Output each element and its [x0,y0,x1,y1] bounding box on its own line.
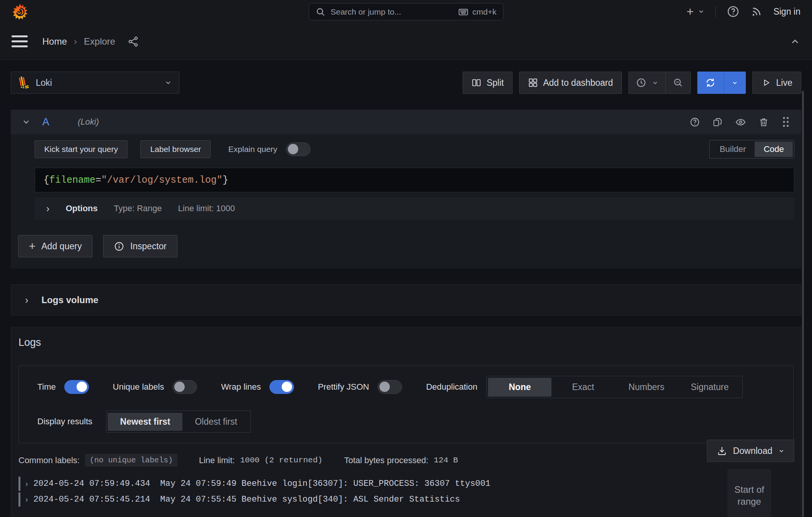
logs-panel: Logs Time Unique labels Wrap lines Prett… [11,327,801,517]
log-level-bar [18,477,20,491]
line-limit-label: Line limit: [199,455,235,465]
topbar-divider [715,6,716,17]
live-button[interactable]: Live [752,72,801,94]
query-datasource-hint: (Loki) [78,117,99,127]
help-icon[interactable] [727,5,740,18]
query-help-icon[interactable] [690,117,700,127]
time-toggle[interactable] [64,380,89,394]
dedup-option-none[interactable]: None [488,378,551,397]
zoom-out-time-button[interactable] [666,72,690,93]
split-button[interactable]: Split [463,72,513,94]
chevron-down-icon [732,80,738,86]
dedup-option-signature[interactable]: Signature [678,378,742,397]
breadcrumb-bar: Home › Explore [0,23,812,60]
unique-labels-toggle-group: Unique labels [113,380,197,394]
add-query-button[interactable]: + Add query [18,235,92,257]
time-picker-button[interactable] [629,72,665,93]
zoom-out-icon [673,77,683,88]
explain-query-toggle[interactable] [286,142,311,156]
logs-title: Logs [18,337,794,349]
newest-first-option[interactable]: Newest first [108,413,182,431]
line-limit-value: 1000 (2 returned) [240,456,322,465]
query-code-editor[interactable]: {filename="/var/log/system.log"} [35,168,794,192]
chevron-down-icon [652,80,658,86]
query-options-row[interactable]: › Options Type: Range Line limit: 1000 [35,197,794,220]
chevron-down-icon [164,79,172,87]
split-label: Split [486,78,504,88]
builder-mode-option[interactable]: Builder [711,142,755,157]
expand-row-icon[interactable]: › [25,495,28,504]
hide-response-icon[interactable] [735,117,746,128]
kick-start-button[interactable]: Kick start your query [35,140,127,158]
dedup-option-numbers[interactable]: Numbers [615,378,678,397]
page-scrollbar[interactable] [802,91,804,517]
query-token-value: "/var/log/system.log" [101,175,222,186]
prettify-json-toggle[interactable] [378,380,402,394]
search-input[interactable]: Search or jump to... cmd+k [309,3,503,20]
log-row[interactable]: › 2024-05-24 07:55:45.214 May 24 07:55:4… [18,492,794,507]
search-placeholder: Search or jump to... [331,7,401,17]
collapse-chrome-icon[interactable] [790,36,800,47]
unique-labels-toggle-label: Unique labels [113,382,164,392]
refresh-interval-dropdown[interactable] [724,72,746,94]
wrap-lines-toggle-label: Wrap lines [221,382,261,392]
log-row[interactable]: › 2024-05-24 07:59:49.434 May 24 07:59:4… [18,476,794,492]
deduplication-label: Deduplication [426,382,477,392]
add-to-dashboard-label: Add to dashboard [543,78,613,88]
wrap-lines-toggle-group: Wrap lines [221,380,294,394]
run-query-button[interactable] [697,72,723,94]
logs-volume-panel[interactable]: › Logs volume [11,284,801,315]
query-tools-row: Kick start your query Label browser Expl… [35,140,794,158]
common-labels-label: Common labels: [18,455,80,465]
news-rss-icon[interactable] [750,5,763,18]
grafana-logo[interactable] [12,3,28,20]
explore-toolbar: Loki Split Add to dashboard [11,72,801,94]
datasource-picker[interactable]: Loki [11,72,179,94]
query-row-header[interactable]: A (Loki) [11,110,801,134]
log-message: May 24 07:55:45 Beehive syslogd[340]: AS… [160,495,460,504]
wrap-lines-toggle[interactable] [269,380,294,394]
unique-labels-toggle[interactable] [172,380,197,394]
loki-logo-icon [18,76,30,90]
label-browser-button[interactable]: Label browser [140,140,211,158]
share-icon[interactable] [127,36,139,47]
expand-row-icon[interactable]: › [25,479,28,488]
explain-query-label: Explain query [228,145,277,154]
log-timestamp: 2024-05-24 07:55:45.214 [33,495,150,504]
refresh-icon [705,77,716,88]
query-actions-row: + Add query Inspector [11,220,801,269]
query-token-open: { [43,175,49,186]
breadcrumb-separator: › [74,36,77,47]
inspector-button[interactable]: Inspector [103,235,177,257]
shortcut-label: cmd+k [473,7,496,17]
breadcrumb-home[interactable]: Home [42,36,67,47]
drag-handle-icon[interactable] [781,116,790,128]
query-token-eq: = [95,175,101,186]
chevron-down-icon [778,448,785,454]
code-mode-option[interactable]: Code [755,142,793,157]
remove-query-icon[interactable] [759,117,769,127]
plus-icon: + [687,5,694,18]
log-level-bar [18,492,20,507]
top-bar: Search or jump to... cmd+k + [0,0,812,23]
dedup-option-exact[interactable]: Exact [551,378,615,397]
download-label: Download [733,446,772,456]
prettify-json-toggle-group: Prettify JSON [318,380,402,394]
add-to-dashboard-button[interactable]: Add to dashboard [519,72,622,94]
split-icon [471,78,481,88]
sign-in-button[interactable]: Sign in [774,7,800,17]
total-bytes-label: Total bytes processed: [344,455,428,465]
datasource-name: Loki [36,78,52,88]
time-range-controls [628,72,691,94]
download-button[interactable]: Download [707,440,794,462]
duplicate-query-icon[interactable] [712,117,723,127]
oldest-first-option[interactable]: Oldest first [182,413,249,431]
collapse-query-icon[interactable] [22,117,31,127]
new-menu-button[interactable]: + [687,5,705,18]
download-icon [717,445,727,456]
total-bytes-value: 124 B [434,456,458,465]
query-token-label: filename [49,175,95,186]
options-type: Type: Range [114,203,162,213]
menu-toggle-button[interactable] [12,35,28,47]
inspector-label: Inspector [130,241,167,252]
